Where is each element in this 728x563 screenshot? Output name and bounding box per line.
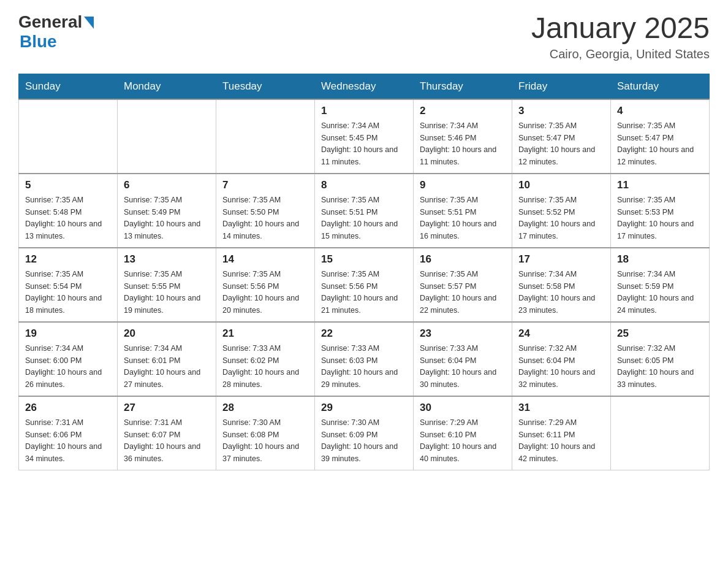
page-header: General Blue January 2025 Cairo, Georgia…: [18, 12, 710, 61]
logo-general-text: General: [18, 12, 82, 32]
day-number: 4: [617, 105, 703, 117]
day-info: Sunrise: 7:35 AMSunset: 5:56 PMDaylight:…: [321, 270, 398, 315]
calendar-day-cell: [216, 99, 315, 174]
title-section: January 2025 Cairo, Georgia, United Stat…: [531, 12, 710, 61]
day-of-week-header: Monday: [118, 74, 216, 99]
day-info: Sunrise: 7:35 AMSunset: 5:54 PMDaylight:…: [25, 270, 102, 315]
day-number: 25: [617, 327, 703, 340]
calendar-day-cell: 23 Sunrise: 7:33 AMSunset: 6:04 PMDaylig…: [414, 322, 512, 396]
logo-triangle-icon: [84, 17, 94, 31]
calendar-day-cell: 29 Sunrise: 7:30 AMSunset: 6:09 PMDaylig…: [315, 396, 414, 470]
day-number: 2: [420, 105, 506, 117]
day-info: Sunrise: 7:35 AMSunset: 5:49 PMDaylight:…: [124, 196, 200, 240]
svg-marker-0: [84, 17, 94, 29]
calendar-day-cell: 9 Sunrise: 7:35 AMSunset: 5:51 PMDayligh…: [414, 174, 512, 248]
day-info: Sunrise: 7:30 AMSunset: 6:09 PMDaylight:…: [321, 418, 398, 463]
calendar-day-cell: 11 Sunrise: 7:35 AMSunset: 5:53 PMDaylig…: [611, 174, 710, 248]
day-info: Sunrise: 7:34 AMSunset: 6:00 PMDaylight:…: [25, 344, 102, 389]
day-number: 13: [124, 253, 210, 266]
day-number: 7: [222, 179, 308, 191]
calendar-day-cell: 7 Sunrise: 7:35 AMSunset: 5:50 PMDayligh…: [216, 174, 315, 248]
calendar-week-row: 5 Sunrise: 7:35 AMSunset: 5:48 PMDayligh…: [19, 174, 710, 248]
day-info: Sunrise: 7:32 AMSunset: 6:05 PMDaylight:…: [617, 344, 694, 389]
day-of-week-header: Saturday: [611, 74, 710, 99]
calendar-day-cell: 15 Sunrise: 7:35 AMSunset: 5:56 PMDaylig…: [315, 248, 414, 322]
calendar-day-cell: 26 Sunrise: 7:31 AMSunset: 6:06 PMDaylig…: [19, 396, 118, 470]
calendar-day-cell: 2 Sunrise: 7:34 AMSunset: 5:46 PMDayligh…: [414, 99, 512, 174]
calendar-week-row: 1 Sunrise: 7:34 AMSunset: 5:45 PMDayligh…: [19, 99, 710, 174]
day-info: Sunrise: 7:34 AMSunset: 5:58 PMDaylight:…: [518, 270, 595, 315]
day-info: Sunrise: 7:35 AMSunset: 5:48 PMDaylight:…: [25, 196, 102, 240]
calendar-day-cell: 19 Sunrise: 7:34 AMSunset: 6:00 PMDaylig…: [19, 322, 118, 396]
day-number: 10: [518, 179, 604, 191]
calendar-day-cell: 18 Sunrise: 7:34 AMSunset: 5:59 PMDaylig…: [611, 248, 710, 322]
day-info: Sunrise: 7:35 AMSunset: 5:50 PMDaylight:…: [222, 196, 299, 240]
calendar-day-cell: [118, 99, 216, 174]
day-number: 30: [420, 402, 506, 414]
day-number: 24: [518, 327, 604, 340]
calendar-day-cell: [19, 99, 118, 174]
day-info: Sunrise: 7:31 AMSunset: 6:06 PMDaylight:…: [25, 418, 102, 463]
calendar-day-cell: 20 Sunrise: 7:34 AMSunset: 6:01 PMDaylig…: [118, 322, 216, 396]
calendar-day-cell: 31 Sunrise: 7:29 AMSunset: 6:11 PMDaylig…: [512, 396, 611, 470]
day-info: Sunrise: 7:35 AMSunset: 5:56 PMDaylight:…: [222, 270, 299, 315]
calendar-week-row: 12 Sunrise: 7:35 AMSunset: 5:54 PMDaylig…: [19, 248, 710, 322]
calendar-day-cell: 30 Sunrise: 7:29 AMSunset: 6:10 PMDaylig…: [414, 396, 512, 470]
day-info: Sunrise: 7:34 AMSunset: 5:59 PMDaylight:…: [617, 270, 694, 315]
day-number: 1: [321, 105, 407, 117]
calendar-table: SundayMondayTuesdayWednesdayThursdayFrid…: [18, 74, 710, 470]
day-number: 17: [518, 253, 604, 266]
day-number: 9: [420, 179, 506, 191]
day-info: Sunrise: 7:35 AMSunset: 5:55 PMDaylight:…: [124, 270, 200, 315]
logo: General Blue: [18, 12, 94, 52]
day-number: 16: [420, 253, 506, 266]
day-info: Sunrise: 7:35 AMSunset: 5:47 PMDaylight:…: [617, 121, 694, 166]
day-number: 18: [617, 253, 703, 266]
day-info: Sunrise: 7:35 AMSunset: 5:53 PMDaylight:…: [617, 196, 694, 240]
day-number: 8: [321, 179, 407, 191]
day-info: Sunrise: 7:34 AMSunset: 5:46 PMDaylight:…: [420, 121, 496, 166]
day-info: Sunrise: 7:34 AMSunset: 5:45 PMDaylight:…: [321, 121, 398, 166]
calendar-day-cell: 1 Sunrise: 7:34 AMSunset: 5:45 PMDayligh…: [315, 99, 414, 174]
calendar-day-cell: 14 Sunrise: 7:35 AMSunset: 5:56 PMDaylig…: [216, 248, 315, 322]
day-number: 20: [124, 327, 210, 340]
day-number: 26: [25, 402, 111, 414]
day-info: Sunrise: 7:35 AMSunset: 5:51 PMDaylight:…: [321, 196, 398, 240]
day-number: 14: [222, 253, 308, 266]
location-title: Cairo, Georgia, United States: [531, 47, 710, 61]
calendar-day-cell: 4 Sunrise: 7:35 AMSunset: 5:47 PMDayligh…: [611, 99, 710, 174]
calendar-day-cell: 25 Sunrise: 7:32 AMSunset: 6:05 PMDaylig…: [611, 322, 710, 396]
day-info: Sunrise: 7:35 AMSunset: 5:47 PMDaylight:…: [518, 121, 595, 166]
day-number: 11: [617, 179, 703, 191]
calendar-day-cell: 27 Sunrise: 7:31 AMSunset: 6:07 PMDaylig…: [118, 396, 216, 470]
calendar-day-cell: [611, 396, 710, 470]
day-info: Sunrise: 7:33 AMSunset: 6:04 PMDaylight:…: [420, 344, 496, 389]
day-info: Sunrise: 7:29 AMSunset: 6:10 PMDaylight:…: [420, 418, 496, 463]
day-info: Sunrise: 7:33 AMSunset: 6:03 PMDaylight:…: [321, 344, 398, 389]
month-title: January 2025: [531, 12, 710, 45]
calendar-day-cell: 24 Sunrise: 7:32 AMSunset: 6:04 PMDaylig…: [512, 322, 611, 396]
day-of-week-header: Sunday: [19, 74, 118, 99]
calendar-header-row: SundayMondayTuesdayWednesdayThursdayFrid…: [19, 74, 710, 99]
day-info: Sunrise: 7:32 AMSunset: 6:04 PMDaylight:…: [518, 344, 595, 389]
calendar-day-cell: 5 Sunrise: 7:35 AMSunset: 5:48 PMDayligh…: [19, 174, 118, 248]
day-info: Sunrise: 7:29 AMSunset: 6:11 PMDaylight:…: [518, 418, 595, 463]
day-number: 29: [321, 402, 407, 414]
day-of-week-header: Thursday: [414, 74, 512, 99]
day-info: Sunrise: 7:35 AMSunset: 5:51 PMDaylight:…: [420, 196, 496, 240]
day-number: 12: [25, 253, 111, 266]
logo-blue-text: Blue: [20, 32, 57, 51]
day-number: 27: [124, 402, 210, 414]
day-number: 15: [321, 253, 407, 266]
day-number: 21: [222, 327, 308, 340]
day-info: Sunrise: 7:31 AMSunset: 6:07 PMDaylight:…: [124, 418, 200, 463]
calendar-day-cell: 6 Sunrise: 7:35 AMSunset: 5:49 PMDayligh…: [118, 174, 216, 248]
day-of-week-header: Wednesday: [315, 74, 414, 99]
day-number: 31: [518, 402, 604, 414]
day-number: 5: [25, 179, 111, 191]
calendar-day-cell: 8 Sunrise: 7:35 AMSunset: 5:51 PMDayligh…: [315, 174, 414, 248]
calendar-day-cell: 13 Sunrise: 7:35 AMSunset: 5:55 PMDaylig…: [118, 248, 216, 322]
calendar-day-cell: 3 Sunrise: 7:35 AMSunset: 5:47 PMDayligh…: [512, 99, 611, 174]
day-number: 28: [222, 402, 308, 414]
calendar-day-cell: 21 Sunrise: 7:33 AMSunset: 6:02 PMDaylig…: [216, 322, 315, 396]
